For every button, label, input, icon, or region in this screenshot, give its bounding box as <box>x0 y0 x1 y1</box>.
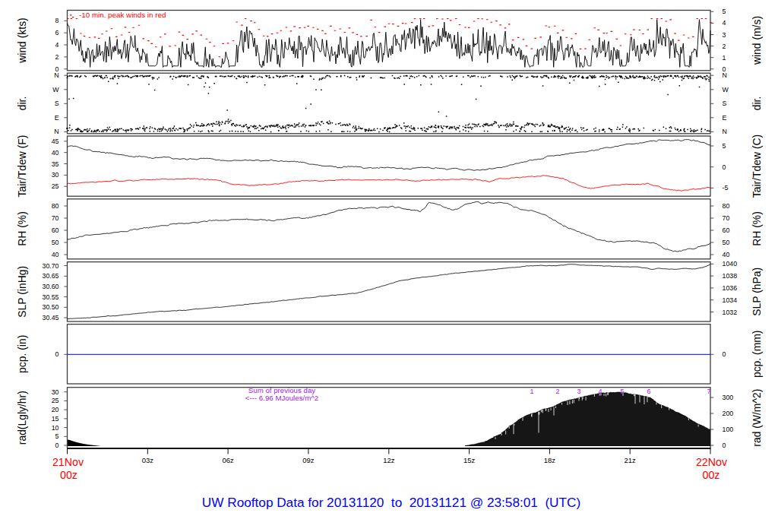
svg-text:-5: -5 <box>723 184 729 192</box>
svg-text:E: E <box>723 114 727 122</box>
svg-text:00z: 00z <box>60 469 77 481</box>
svg-text:0: 0 <box>723 350 726 358</box>
svg-text:21Nov: 21Nov <box>52 456 84 468</box>
svg-text:15: 15 <box>52 415 59 423</box>
svg-text:rad(Lgly/hr): rad(Lgly/hr) <box>16 391 28 445</box>
svg-text:2: 2 <box>723 43 726 50</box>
svg-text:30.60: 30.60 <box>42 283 59 290</box>
svg-text:70: 70 <box>723 214 730 222</box>
svg-text:09z: 09z <box>302 456 315 464</box>
svg-text:12z: 12z <box>383 456 395 464</box>
svg-text:40: 40 <box>723 251 730 258</box>
svg-text:30: 30 <box>52 171 59 179</box>
svg-text:70: 70 <box>52 214 59 222</box>
svg-text:rad (W/m^2): rad (W/m^2) <box>751 389 763 447</box>
svg-text:1040: 1040 <box>723 260 738 268</box>
svg-text:18z: 18z <box>544 456 556 464</box>
svg-text:30: 30 <box>52 388 59 396</box>
svg-text:N: N <box>54 128 59 135</box>
svg-text:3: 3 <box>577 388 580 395</box>
svg-text:0: 0 <box>55 442 59 449</box>
svg-text:80: 80 <box>52 202 59 210</box>
svg-text:60: 60 <box>52 226 59 234</box>
svg-text:50: 50 <box>723 239 730 246</box>
svg-text:4: 4 <box>55 41 59 49</box>
svg-text:S: S <box>55 100 59 107</box>
svg-text:30.65: 30.65 <box>42 272 59 280</box>
svg-text:RH (%): RH (%) <box>751 211 763 246</box>
svg-text:pcp. (in): pcp. (in) <box>16 335 28 373</box>
svg-text:3: 3 <box>723 31 726 39</box>
svg-text:N: N <box>54 71 59 79</box>
svg-text:06z: 06z <box>222 456 234 464</box>
svg-text:wind (m/s): wind (m/s) <box>751 16 763 65</box>
svg-text:E: E <box>55 114 59 122</box>
svg-text:45: 45 <box>52 138 59 145</box>
svg-text:S: S <box>723 100 727 107</box>
svg-text:Tair/Tdew (C): Tair/Tdew (C) <box>751 135 763 198</box>
svg-text:1038: 1038 <box>723 272 738 280</box>
svg-text:80: 80 <box>723 202 730 210</box>
svg-text:22Nov: 22Nov <box>696 456 728 468</box>
svg-text:1036: 1036 <box>723 284 738 292</box>
svg-text:2: 2 <box>55 53 59 61</box>
svg-text:dir.: dir. <box>16 97 28 111</box>
svg-text:50: 50 <box>52 239 59 246</box>
svg-text:4: 4 <box>723 19 726 27</box>
svg-text:Tair/Tdew (F): Tair/Tdew (F) <box>16 135 28 198</box>
svg-text:10: 10 <box>52 424 59 432</box>
svg-text:1: 1 <box>723 54 726 62</box>
svg-text:30.50: 30.50 <box>42 303 59 311</box>
svg-text:N: N <box>723 128 727 135</box>
svg-text:SLP (hPa): SLP (hPa) <box>751 268 763 316</box>
svg-text:wind (kts): wind (kts) <box>16 17 28 63</box>
svg-text:2: 2 <box>555 388 559 395</box>
svg-text:20: 20 <box>52 406 59 413</box>
svg-text:40: 40 <box>52 251 59 258</box>
svg-text:100: 100 <box>723 426 734 433</box>
svg-text:6: 6 <box>55 29 59 36</box>
svg-text:5: 5 <box>620 388 624 395</box>
svg-text:300: 300 <box>723 394 734 401</box>
svg-text:200: 200 <box>723 410 734 417</box>
svg-text:RH (%): RH (%) <box>16 211 28 246</box>
svg-text:60: 60 <box>723 226 730 234</box>
svg-text:UW Rooftop Data for 20131120: UW Rooftop Data for 20131120 to 20131121… <box>202 495 580 510</box>
svg-text:40: 40 <box>52 149 59 157</box>
svg-text:0: 0 <box>55 350 59 358</box>
svg-text:5: 5 <box>723 142 726 150</box>
svg-text:8: 8 <box>55 17 59 24</box>
svg-text:1: 1 <box>530 388 533 395</box>
svg-text:30.70: 30.70 <box>42 262 59 270</box>
svg-text:W: W <box>723 86 729 93</box>
svg-text:<--- 6.96 MJoules/m^2: <--- 6.96 MJoules/m^2 <box>245 394 318 402</box>
svg-text:pcp. (mm): pcp. (mm) <box>751 331 763 378</box>
svg-text:00z: 00z <box>703 469 720 481</box>
svg-text:35: 35 <box>52 160 59 168</box>
svg-text:5: 5 <box>55 432 59 440</box>
svg-text:4: 4 <box>598 388 602 395</box>
svg-text:SLP (inHg): SLP (inHg) <box>16 266 28 318</box>
svg-text:15z: 15z <box>463 456 476 464</box>
svg-text:25: 25 <box>52 397 59 404</box>
svg-text:N: N <box>723 71 727 79</box>
svg-text:1032: 1032 <box>723 309 738 316</box>
svg-text:7: 7 <box>707 388 710 395</box>
svg-text:25: 25 <box>52 182 59 190</box>
svg-text:0: 0 <box>723 442 726 449</box>
svg-text:21z: 21z <box>625 456 637 464</box>
svg-text:-10 min. peak winds in red: -10 min. peak winds in red <box>79 11 166 19</box>
svg-text:30.45: 30.45 <box>42 314 59 321</box>
svg-text:dir.: dir. <box>751 97 763 111</box>
svg-text:W: W <box>52 86 59 93</box>
svg-text:30.55: 30.55 <box>42 293 59 301</box>
svg-text:03z: 03z <box>142 456 154 464</box>
svg-text:5: 5 <box>723 8 726 15</box>
svg-text:0: 0 <box>723 163 726 171</box>
svg-text:Sum of previous day: Sum of previous day <box>248 386 315 394</box>
svg-text:1034: 1034 <box>723 296 738 304</box>
svg-text:6: 6 <box>647 388 650 395</box>
